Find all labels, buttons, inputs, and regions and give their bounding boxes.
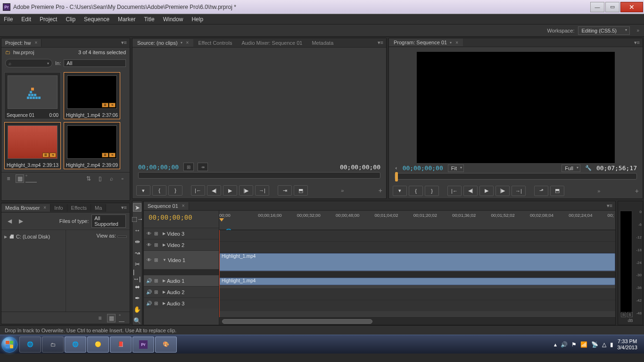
- system-tray[interactable]: ▴ 🔊 ⚑ 📶 📡 △ ▮ 7:33 PM 3/4/2013: [550, 338, 641, 350]
- files-type-select[interactable]: All Supported: [91, 214, 126, 228]
- program-scrubber[interactable]: [395, 173, 637, 180]
- solo-button[interactable]: S: [627, 312, 632, 317]
- zoom-slider[interactable]: ◦—: [118, 314, 127, 322]
- panel-menu-icon[interactable]: ▾≡: [378, 40, 383, 46]
- hand-tool[interactable]: ✋: [133, 305, 141, 313]
- playhead-icon[interactable]: [395, 172, 398, 181]
- razor-tool[interactable]: ✂: [133, 260, 141, 268]
- collapse-icon[interactable]: ▼: [163, 258, 166, 262]
- sync-lock-icon[interactable]: ⊞: [153, 301, 159, 306]
- selection-tool[interactable]: ➤: [133, 203, 141, 212]
- close-icon[interactable]: ×: [186, 40, 189, 45]
- drive-item[interactable]: ▶⛘C: (Local Disk): [4, 233, 63, 240]
- close-icon[interactable]: ×: [182, 203, 185, 208]
- track-header-a1[interactable]: 🔊⊞▶Audio 1: [144, 275, 219, 286]
- window-minimize-button[interactable]: —: [590, 2, 604, 12]
- eye-icon[interactable]: 👁: [146, 257, 152, 263]
- track-header-a3[interactable]: 🔊⊞▶Audio 3: [144, 297, 219, 309]
- go-to-in-button[interactable]: |←: [191, 185, 205, 196]
- program-tc-current[interactable]: 00;00;00;00: [403, 165, 443, 172]
- network-icon[interactable]: 📶: [580, 341, 587, 348]
- battery-icon[interactable]: ▮: [610, 341, 613, 348]
- sort-button[interactable]: ⇅: [84, 174, 93, 183]
- step-back-button[interactable]: ◀|: [207, 185, 221, 196]
- panel-menu-icon[interactable]: ▾≡: [121, 205, 127, 211]
- in-select[interactable]: All: [64, 59, 126, 67]
- go-to-in-button[interactable]: |←: [447, 186, 462, 196]
- audio-mixer-tab[interactable]: Audio Mixer: Sequence 01: [237, 39, 307, 47]
- menu-title[interactable]: Title: [144, 16, 154, 23]
- add-button-icon[interactable]: +: [635, 187, 639, 195]
- bin-item[interactable]: ⊞↠ Highlight_3.mp42:39:13: [4, 122, 61, 169]
- workspace-select[interactable]: Editing (CS5.5): [578, 26, 630, 35]
- source-tc-out[interactable]: 00;00;00;00: [340, 164, 380, 171]
- menu-help[interactable]: Help: [191, 16, 203, 23]
- tab-media-browser[interactable]: Media Browser×: [1, 204, 50, 212]
- taskbar-acrobat[interactable]: 📕: [110, 337, 132, 353]
- chevron-down-icon[interactable]: »: [636, 28, 639, 33]
- panel-menu-icon[interactable]: ▾≡: [607, 203, 612, 209]
- list-view-button[interactable]: ≡: [96, 314, 104, 322]
- zoom-slider[interactable]: ◦——: [27, 174, 35, 183]
- go-to-out-button[interactable]: →|: [512, 186, 526, 196]
- mark-in-button[interactable]: {: [152, 185, 166, 196]
- menu-clip[interactable]: Clip: [66, 16, 75, 23]
- show-hidden-icon[interactable]: ▴: [554, 341, 557, 348]
- metadata-tab[interactable]: Metadata: [307, 39, 338, 47]
- panel-menu-icon[interactable]: ▾≡: [634, 40, 640, 46]
- panel-menu-icon[interactable]: ▾≡: [121, 40, 127, 46]
- project-tab[interactable]: Project: hw×: [1, 39, 41, 47]
- icon-view-button[interactable]: ▦: [16, 174, 24, 183]
- playhead-line[interactable]: [219, 230, 220, 317]
- bin-item[interactable]: ⊞↠ Highlight_2.mp42:39:09: [64, 122, 120, 169]
- mute-icon[interactable]: 🔊: [146, 301, 152, 306]
- window-maximize-button[interactable]: ▭: [605, 2, 619, 12]
- menu-sequence[interactable]: Sequence: [84, 16, 109, 23]
- wrench-icon[interactable]: 🔧: [585, 165, 592, 171]
- track-v2[interactable]: [219, 241, 615, 253]
- tab-markers[interactable]: Ma: [91, 204, 106, 212]
- video-only-icon[interactable]: ⊞: [183, 163, 194, 171]
- volume-icon[interactable]: 🔊: [561, 341, 568, 348]
- track-header-v2[interactable]: 👁⊞▶Video 2: [144, 239, 219, 250]
- clock[interactable]: 7:33 PM 3/4/2013: [617, 338, 637, 350]
- track-v3[interactable]: [219, 230, 615, 241]
- menu-file[interactable]: File: [4, 16, 13, 23]
- bin-item[interactable]: ⊞↠ Highlight_1.mp42:37:06: [64, 72, 120, 119]
- source-scrubber[interactable]: [138, 172, 380, 179]
- ripple-edit-tool[interactable]: ↔: [133, 226, 141, 234]
- source-tc-in[interactable]: 00;00;00;00: [138, 164, 179, 171]
- more-controls-button[interactable]: »: [341, 188, 345, 193]
- bin-item[interactable]: Sequence 010:00: [4, 72, 61, 119]
- mark-in-button[interactable]: {: [409, 186, 423, 196]
- pen-tool[interactable]: ✒: [133, 294, 141, 302]
- eye-icon[interactable]: 👁: [146, 231, 152, 237]
- slip-tool[interactable]: |↔|: [133, 271, 141, 280]
- track-a2[interactable]: [219, 288, 615, 300]
- track-header-v1[interactable]: 👁⊞▼Video 1: [144, 250, 219, 269]
- start-button[interactable]: [0, 335, 19, 354]
- menu-window[interactable]: Window: [163, 16, 183, 23]
- eye-icon[interactable]: 👁: [146, 242, 152, 248]
- step-forward-button[interactable]: |▶: [495, 186, 510, 196]
- tab-effects[interactable]: Effects: [67, 204, 91, 212]
- wifi-icon[interactable]: 📡: [591, 341, 598, 348]
- view-as-select[interactable]: [117, 236, 127, 238]
- play-button[interactable]: ▶: [223, 185, 237, 196]
- add-button-icon[interactable]: +: [379, 187, 382, 194]
- source-tab[interactable]: Source: (no clips)▾×: [132, 39, 193, 47]
- track-select-tool[interactable]: ⬚→: [133, 214, 141, 223]
- taskbar-premiere[interactable]: Pr: [132, 337, 154, 353]
- mark-out-button[interactable]: }: [425, 186, 439, 196]
- sync-lock-icon[interactable]: ⊞: [153, 231, 159, 237]
- track-a3[interactable]: [219, 300, 615, 311]
- menu-edit[interactable]: Edit: [21, 16, 31, 23]
- dropdown-icon[interactable]: ▾: [181, 41, 182, 45]
- zoom-tool[interactable]: 🔍: [133, 316, 141, 325]
- list-view-button[interactable]: ≡: [4, 174, 13, 183]
- dropdown-icon[interactable]: ▾: [450, 41, 452, 45]
- resolution-select[interactable]: Full: [561, 165, 580, 172]
- taskbar-paint[interactable]: 🎨: [155, 337, 177, 353]
- zoom-fit-select[interactable]: Fit: [448, 165, 464, 172]
- expand-icon[interactable]: ▶: [163, 290, 165, 294]
